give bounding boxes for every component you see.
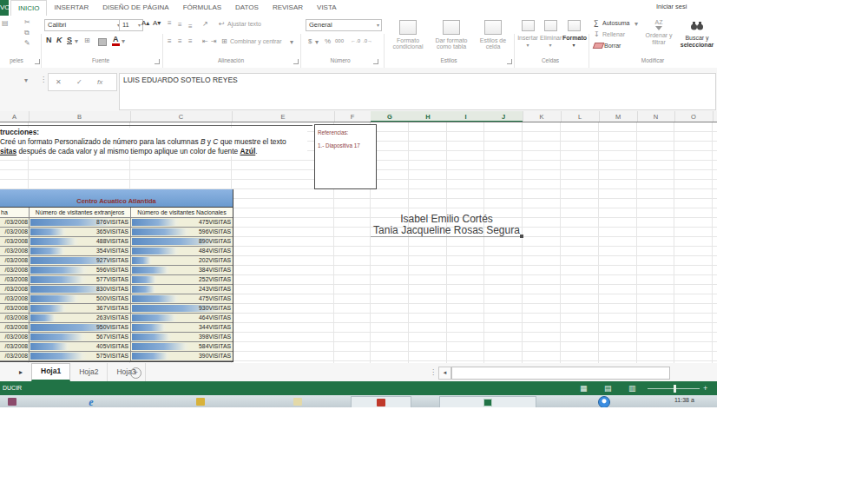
merge-center-button[interactable]: Combinar y centrar bbox=[230, 38, 282, 45]
insert-cells-button[interactable]: Insertar ▾ bbox=[517, 20, 538, 50]
font-size-combo[interactable]: 11 ▾ bbox=[119, 19, 143, 31]
view-layout-icon[interactable]: ▤ bbox=[604, 383, 612, 393]
cut-icon[interactable]: ✂ bbox=[24, 18, 30, 26]
enter-icon[interactable]: ✓ bbox=[76, 78, 82, 86]
fill-color-icon[interactable] bbox=[98, 38, 107, 46]
align-top-icon[interactable]: ≡ bbox=[168, 19, 172, 27]
merge-center-icon[interactable]: ⊞ bbox=[221, 37, 227, 45]
delete-cells-button[interactable]: Eliminar ▾ bbox=[540, 20, 561, 50]
align-center-icon[interactable]: ≡ bbox=[178, 37, 182, 45]
foreign-cell[interactable]: 405VISITAS bbox=[30, 342, 131, 352]
ribbon-tab-f-rmulas[interactable]: FÓRMULAS bbox=[176, 0, 228, 16]
table-row[interactable]: /03/2008500VISITAS475VISITAS bbox=[0, 294, 233, 304]
date-cell[interactable]: /03/2008 bbox=[0, 218, 30, 228]
chevron-down-icon[interactable]: ▾ bbox=[290, 38, 293, 46]
national-cell[interactable]: 475VISITAS bbox=[131, 218, 233, 228]
foreign-cell[interactable]: 567VISITAS bbox=[30, 333, 131, 342]
national-cell[interactable]: 475VISITAS bbox=[131, 294, 233, 304]
table-row[interactable]: /03/2008950VISITAS344VISITAS bbox=[0, 323, 233, 333]
date-cell[interactable]: /03/2008 bbox=[0, 256, 30, 266]
formula-input[interactable]: LUIS EDUARDO SOTELO REYES bbox=[119, 73, 716, 110]
ribbon-tab-datos[interactable]: DATOS bbox=[228, 0, 266, 16]
foreign-cell[interactable]: 596VISITAS bbox=[30, 266, 131, 275]
national-cell[interactable]: 202VISITAS bbox=[131, 256, 233, 266]
shrink-font-icon[interactable]: A▾ bbox=[153, 19, 161, 27]
fill-handle[interactable] bbox=[520, 235, 523, 238]
zoom-slider-thumb[interactable] bbox=[674, 385, 676, 393]
national-cell[interactable]: 390VISITAS bbox=[131, 352, 233, 361]
ribbon-tab-revisar[interactable]: REVISAR bbox=[266, 0, 310, 16]
tab-nav-icon[interactable]: ▸ bbox=[19, 368, 23, 376]
sort-filter-button[interactable]: AZ Ordenar y filtrar bbox=[642, 19, 675, 46]
table-row[interactable]: /03/2008405VISITAS584VISITAS bbox=[0, 342, 233, 352]
table-row[interactable]: /03/2008927VISITAS202VISITAS bbox=[0, 256, 233, 266]
date-cell[interactable]: /03/2008 bbox=[0, 285, 30, 294]
wrap-text-icon[interactable]: ↩ bbox=[219, 20, 225, 28]
autosum-button[interactable]: Autosuma bbox=[602, 20, 630, 27]
sign-in-link[interactable]: Iniciar sesi bbox=[656, 3, 687, 10]
font-name-combo[interactable]: Calibri ▾ bbox=[44, 19, 122, 31]
national-cell[interactable]: 464VISITAS bbox=[131, 314, 233, 323]
app-folder-icon[interactable] bbox=[260, 396, 335, 407]
wrap-text-button[interactable]: Ajustar texto bbox=[227, 21, 261, 28]
national-cell[interactable]: 584VISITAS bbox=[131, 342, 233, 352]
date-cell[interactable]: /03/2008 bbox=[0, 323, 30, 333]
zoom-in-icon[interactable]: + bbox=[703, 383, 707, 393]
national-cell[interactable]: 384VISITAS bbox=[131, 266, 233, 275]
fill-icon[interactable]: ↧ bbox=[594, 30, 600, 38]
decrease-decimal-icon[interactable]: .0→ bbox=[363, 37, 372, 45]
national-cell[interactable]: 890VISITAS bbox=[131, 237, 233, 247]
increase-indent-icon[interactable]: ⇥ bbox=[211, 37, 217, 45]
table-row[interactable]: /03/2008354VISITAS484VISITAS bbox=[0, 247, 233, 256]
tray-app-icon[interactable] bbox=[598, 396, 610, 407]
date-cell[interactable]: /03/2008 bbox=[0, 237, 30, 247]
comma-style-icon[interactable]: 000 bbox=[335, 37, 344, 45]
chevron-down-icon[interactable]: ▾ bbox=[122, 37, 125, 45]
align-right-icon[interactable]: ≡ bbox=[188, 37, 193, 45]
table-row[interactable]: /03/2008575VISITAS390VISITAS bbox=[0, 352, 233, 361]
table-row[interactable]: /03/2008577VISITAS252VISITAS bbox=[0, 275, 233, 285]
foreign-cell[interactable]: 488VISITAS bbox=[30, 237, 131, 247]
align-bottom-icon[interactable]: ≡ bbox=[188, 23, 193, 30]
format-cells-button[interactable]: Formato ▾ bbox=[562, 20, 585, 50]
copy-icon[interactable]: ⧉ bbox=[24, 29, 30, 36]
date-cell[interactable]: /03/2008 bbox=[0, 333, 30, 342]
align-left-icon[interactable]: ≡ bbox=[168, 37, 172, 45]
font-dialog-launcher-icon[interactable] bbox=[155, 59, 160, 64]
national-cell[interactable]: 252VISITAS bbox=[131, 275, 233, 285]
table-row[interactable]: /03/2008567VISITAS398VISITAS bbox=[0, 333, 233, 342]
orientation-icon[interactable]: ↗ bbox=[202, 20, 208, 28]
foreign-cell[interactable]: 263VISITAS bbox=[30, 314, 131, 323]
national-cell[interactable]: 596VISITAS bbox=[131, 228, 233, 237]
national-cell[interactable]: 344VISITAS bbox=[131, 323, 233, 333]
chevron-down-icon[interactable]: ▾ bbox=[315, 38, 319, 46]
number-format-combo[interactable]: General ▾ bbox=[306, 19, 382, 31]
grow-font-icon[interactable]: A▴ bbox=[141, 19, 149, 27]
autosum-icon[interactable]: ∑ bbox=[594, 19, 599, 27]
clipboard-dialog-launcher-icon[interactable] bbox=[35, 59, 40, 64]
view-normal-icon[interactable]: ▦ bbox=[580, 383, 588, 393]
internet-explorer-icon[interactable]: e bbox=[78, 396, 104, 407]
foreign-cell[interactable]: 950VISITAS bbox=[30, 323, 131, 333]
app-media-icon[interactable] bbox=[2, 396, 23, 407]
foreign-cell[interactable]: 367VISITAS bbox=[30, 304, 131, 314]
chevron-down-icon[interactable]: ▾ bbox=[75, 37, 78, 45]
national-cell[interactable]: 398VISITAS bbox=[131, 333, 233, 342]
view-break-icon[interactable]: ▥ bbox=[628, 383, 636, 393]
paste-icon[interactable]: ▤ bbox=[2, 19, 9, 27]
date-cell[interactable]: /03/2008 bbox=[0, 342, 30, 352]
national-cell[interactable]: 930VISITAS bbox=[131, 304, 233, 314]
alignment-dialog-launcher-icon[interactable] bbox=[293, 59, 299, 64]
table-row[interactable]: /03/2008830VISITAS243VISITAS bbox=[0, 285, 233, 294]
format-painter-icon[interactable]: ✎ bbox=[24, 39, 30, 47]
foreign-cell[interactable]: 876VISITAS bbox=[30, 218, 131, 228]
ribbon-tab-insertar[interactable]: INSERTAR bbox=[47, 0, 95, 16]
scroll-left-icon[interactable]: ◄ bbox=[438, 367, 451, 380]
borders-icon[interactable]: ⊞ bbox=[84, 36, 90, 44]
italic-button[interactable]: K bbox=[56, 36, 62, 44]
align-middle-icon[interactable]: ≡ bbox=[178, 21, 182, 29]
ribbon-tab-dise-o-de-p-gina[interactable]: DISEÑO DE PÁGINA bbox=[95, 0, 175, 16]
horizontal-scrollbar[interactable] bbox=[451, 367, 670, 380]
insert-function-icon[interactable]: fx bbox=[97, 78, 102, 86]
table-row[interactable]: /03/2008488VISITAS890VISITAS bbox=[0, 237, 233, 247]
